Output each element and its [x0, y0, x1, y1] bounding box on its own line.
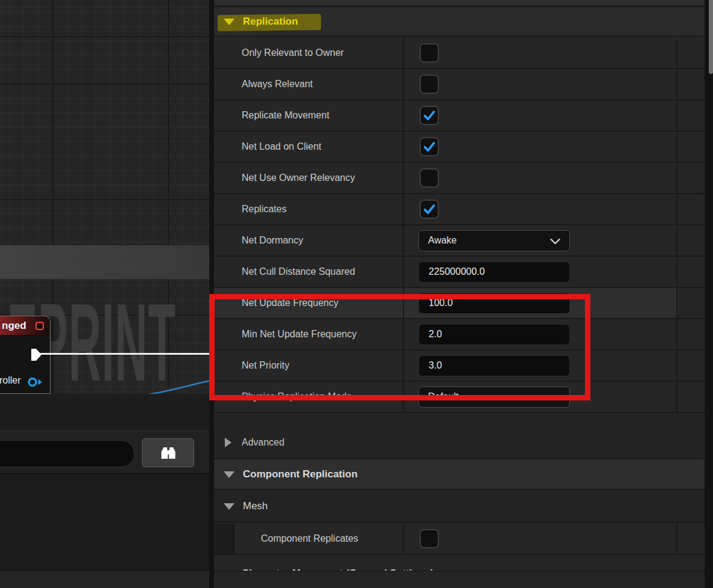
scrollbar-track[interactable] [705, 0, 713, 588]
row-right-cell [678, 351, 705, 381]
checkbox-unchecked[interactable] [420, 75, 439, 94]
binoculars-icon [159, 446, 177, 461]
category-replication[interactable]: Replication [214, 8, 705, 37]
property-label-text: Physics Replication Mode [242, 391, 352, 402]
checkbox-checked[interactable] [420, 200, 439, 219]
object-pin-icon[interactable] [27, 376, 43, 388]
triangle-down-icon[interactable] [224, 471, 234, 478]
property-value-cell: 100.0 [404, 288, 678, 318]
checkbox-unchecked[interactable] [420, 168, 439, 188]
find-in-blueprints-button[interactable] [142, 438, 194, 467]
numeric-input[interactable]: 100.0 [418, 293, 570, 314]
property-label: Replicate Movement [214, 100, 404, 130]
property-label: Component Replicates [214, 524, 404, 554]
indent-gutter [214, 524, 234, 554]
property-label: Physics Replication Mode [214, 382, 404, 412]
check-icon [421, 139, 437, 155]
property-value-cell: Default [404, 382, 678, 412]
category-title-replication: Replication [243, 16, 298, 28]
property-row: Net Cull Distance Squared225000000.0 [214, 257, 705, 288]
property-label: Net Load on Client [214, 132, 404, 162]
property-value-cell: Awake [404, 225, 678, 256]
row-right-cell [678, 163, 705, 193]
row-right-cell [678, 524, 705, 554]
property-row: Replicates [214, 194, 705, 225]
row-right-cell [678, 100, 705, 130]
property-row: Physics Replication ModeDefault [214, 382, 705, 413]
numeric-input[interactable]: 225000000.0 [418, 262, 570, 283]
property-label: Always Relevant [214, 69, 404, 99]
property-value-cell [404, 524, 678, 554]
checkbox-checked[interactable] [420, 106, 439, 125]
property-label-text: Net Dormancy [242, 235, 303, 246]
category-mesh[interactable]: Mesh [214, 491, 705, 522]
property-row: Always Relevant [214, 69, 705, 100]
checkbox-unchecked[interactable] [420, 529, 439, 548]
partial-category-bottom: Character Movement (General Settings) [214, 556, 705, 588]
row-advanced[interactable]: Advanced [214, 427, 705, 459]
chevron-down-icon [550, 239, 560, 245]
partial-row-top [214, 0, 705, 7]
property-label: Net Dormancy [214, 225, 404, 256]
property-label-text: Net Update Frequency [242, 298, 338, 308]
numeric-input-value: 225000000.0 [429, 266, 485, 277]
property-value-cell [404, 38, 678, 68]
panel-divider [209, 0, 214, 588]
numeric-input-value: 2.0 [429, 329, 442, 340]
property-row: Min Net Update Frequency2.0 [214, 319, 705, 351]
mesh-rows: Component Replicates [214, 524, 705, 555]
property-row: Component Replicates [214, 524, 705, 555]
row-right-cell [678, 288, 705, 318]
property-row: Net Load on Client [214, 132, 705, 163]
property-label-text: Replicates [242, 204, 287, 215]
triangle-down-icon[interactable] [224, 19, 234, 25]
property-value-cell [404, 163, 678, 193]
output-pin-label: roller [0, 375, 21, 386]
property-row: Net DormancyAwake [214, 225, 705, 257]
property-value-cell: 225000000.0 [404, 257, 678, 287]
category-title-component-replication: Component Replication [243, 468, 358, 480]
row-right-cell [678, 225, 705, 256]
row-right-cell [678, 38, 705, 68]
clipped-category-band: Character Movement (General Settings) [214, 556, 705, 572]
blueprint-canvas[interactable]: EPRINT nged roller [0, 0, 209, 394]
blueprint-graph-panel: EPRINT nged roller [0, 0, 209, 588]
checkbox-checked[interactable] [420, 137, 439, 156]
event-node-title: nged [2, 320, 26, 332]
dropdown-select[interactable]: Awake [418, 230, 570, 251]
row-right-cell [678, 257, 705, 287]
category-title-mesh: Mesh [243, 500, 268, 512]
property-row: Net Update Frequency100.0 [214, 288, 705, 319]
triangle-right-icon[interactable] [225, 438, 231, 447]
property-label: Min Net Update Frequency [214, 319, 404, 349]
dropdown-select[interactable]: Default [418, 387, 570, 408]
property-label-text: Replicate Movement [242, 110, 329, 121]
row-right-cell [678, 382, 705, 412]
panel-spacer [0, 394, 209, 430]
property-row: Net Priority3.0 [214, 351, 705, 382]
property-label-text: Component Replicates [261, 533, 358, 544]
property-label: Net Update Frequency [214, 288, 404, 318]
check-icon [421, 108, 437, 123]
row-right-cell [678, 69, 705, 99]
category-component-replication[interactable]: Component Replication [214, 460, 705, 490]
numeric-input[interactable]: 2.0 [418, 324, 570, 345]
event-node[interactable]: nged roller [0, 316, 50, 394]
unreal-editor-screenshot: EPRINT nged roller [0, 0, 713, 588]
property-value-cell [404, 69, 678, 99]
triangle-down-icon[interactable] [224, 503, 234, 510]
row-right-cell [678, 194, 705, 224]
property-label-text: Only Relevant to Owner [242, 47, 344, 58]
search-input[interactable] [0, 440, 135, 467]
property-label: Net Use Owner Relevancy [214, 163, 404, 193]
property-label-text: Net Use Owner Relevancy [242, 173, 355, 183]
scrollbar-thumb[interactable] [709, 0, 713, 74]
exec-arrow-icon[interactable] [31, 348, 42, 362]
numeric-input-value: 3.0 [429, 360, 442, 371]
property-row: Replicate Movement [214, 100, 705, 132]
replication-rows: Only Relevant to OwnerAlways RelevantRep… [214, 38, 705, 413]
numeric-input[interactable]: 3.0 [418, 355, 570, 376]
row-right-cell [678, 132, 705, 162]
checkbox-unchecked[interactable] [420, 43, 439, 63]
find-results-area[interactable] [0, 473, 209, 571]
